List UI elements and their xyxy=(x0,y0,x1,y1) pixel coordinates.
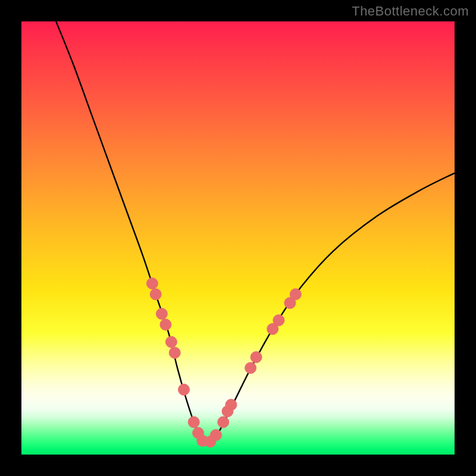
highlight-dot xyxy=(169,347,180,358)
highlight-dot xyxy=(210,430,221,441)
highlight-dot xyxy=(273,315,284,326)
plot-area xyxy=(21,21,455,455)
highlight-dot xyxy=(165,336,177,347)
highlight-dot xyxy=(188,416,199,428)
chart-svg xyxy=(21,21,455,455)
highlight-dot xyxy=(218,416,229,428)
highlight-dot xyxy=(146,278,158,289)
highlight-dot xyxy=(160,319,171,330)
highlight-dot xyxy=(290,289,301,300)
highlight-dot xyxy=(226,399,237,411)
highlight-dot xyxy=(178,384,190,395)
highlight-dots-group xyxy=(146,278,301,447)
watermark-text: TheBottleneck.com xyxy=(352,4,469,19)
bottleneck-curve xyxy=(56,21,455,443)
highlight-dot xyxy=(156,308,167,320)
highlight-dot xyxy=(150,289,161,300)
chart-frame: TheBottleneck.com xyxy=(0,0,476,476)
highlight-dot xyxy=(245,362,256,374)
highlight-dot xyxy=(250,352,262,363)
